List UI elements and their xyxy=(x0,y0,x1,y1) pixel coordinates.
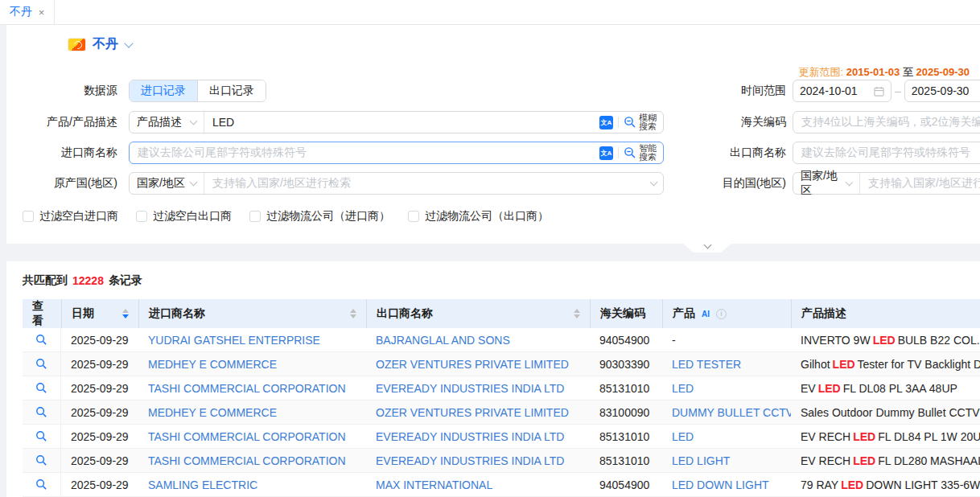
importer-link[interactable]: TASHI COMMERCIAL CORPORATION xyxy=(138,376,366,400)
product-link[interactable]: LED DOWN LIGHT xyxy=(662,473,791,496)
update-range-to-word: 至 xyxy=(903,66,913,78)
tab-close-icon[interactable]: × xyxy=(39,7,45,18)
col-date[interactable]: 日期 xyxy=(61,299,138,328)
tab-title: 不丹 xyxy=(10,5,32,19)
product-link[interactable]: LED xyxy=(662,376,791,400)
chevron-down-icon xyxy=(124,39,133,47)
filter-checkbox-2[interactable]: 过滤物流公司（进口商） xyxy=(249,209,390,224)
col-date-label: 日期 xyxy=(72,306,94,321)
importer-link[interactable]: MEDHEY E COMMERCE xyxy=(138,400,366,424)
product-search-input[interactable]: LED xyxy=(204,112,593,133)
sort-icon-exporter[interactable] xyxy=(574,309,580,318)
country-selector[interactable]: 不丹 xyxy=(68,36,132,53)
col-exporter[interactable]: 出口商名称 xyxy=(366,299,590,328)
date-from-input[interactable]: 2024-10-01 xyxy=(793,80,891,102)
product-link[interactable]: LED xyxy=(662,425,791,448)
importer-link[interactable]: TASHI COMMERCIAL CORPORATION xyxy=(138,449,366,472)
view-record-button[interactable] xyxy=(23,376,61,400)
checkbox-icon[interactable] xyxy=(249,211,261,222)
ai-badge: AI xyxy=(699,309,712,319)
tab-bhutan[interactable]: 不丹 × xyxy=(0,0,55,24)
results-panel: 共匹配到 12228 条记录 查看 日期 进口商名称 出口商名称 海关编码 产品… xyxy=(6,261,980,497)
importer-link[interactable]: MEDHEY E COMMERCE xyxy=(138,352,366,376)
importer-link[interactable]: TASHI COMMERCIAL CORPORATION xyxy=(138,425,366,448)
cell-hs-code: 94054900 xyxy=(590,473,662,496)
product-link[interactable]: DUMMY BULLET CCTV... xyxy=(662,400,791,424)
origin-country-label: 原产国(地区) xyxy=(6,176,117,191)
import-records-tab[interactable]: 进口记录 xyxy=(130,80,197,101)
calendar-icon xyxy=(874,86,884,97)
view-record-button[interactable] xyxy=(23,352,61,376)
origin-type-select[interactable]: 国家/地区 xyxy=(130,173,204,194)
view-record-button[interactable] xyxy=(23,425,61,448)
cell-date: 2025-09-29 xyxy=(61,449,138,472)
cell-date: 2025-09-29 xyxy=(61,425,138,448)
checkbox-icon[interactable] xyxy=(408,211,419,222)
collapse-filters-button[interactable] xyxy=(681,241,734,253)
translate-icon[interactable]: 文A xyxy=(599,116,613,129)
results-table: 查看 日期 进口商名称 出口商名称 海关编码 产品 AI i 产品描述 2025… xyxy=(23,299,980,497)
filter-checkbox-3[interactable]: 过滤物流公司（出口商） xyxy=(408,209,549,224)
importer-link[interactable]: YUDRAI GATSHEL ENTERPRISE xyxy=(138,328,366,351)
update-range-label: 更新范围: xyxy=(799,66,844,78)
exporter-link[interactable]: EVEREADY INDUSTRIES INDIA LTD xyxy=(366,449,590,472)
country-name: 不丹 xyxy=(93,36,118,53)
product-link[interactable]: LED LIGHT xyxy=(662,449,791,472)
magnifier-icon xyxy=(35,406,47,418)
exporter-link[interactable]: EVEREADY INDUSTRIES INDIA LTD xyxy=(366,425,590,448)
view-record-button[interactable] xyxy=(23,328,61,351)
view-record-button[interactable] xyxy=(23,449,61,472)
destination-input[interactable]: 支持输入国家/地区进行检索 xyxy=(860,173,980,194)
date-from-value: 2024-10-01 xyxy=(800,84,858,97)
product-type-select[interactable]: 产品描述 xyxy=(130,112,204,133)
chevron-down-icon xyxy=(703,241,711,249)
exporter-link[interactable]: BAJRANGLAL AND SONS xyxy=(366,328,590,351)
origin-country-input[interactable]: 支持输入国家/地区进行检索 xyxy=(204,173,644,194)
product-link[interactable]: LED TESTER xyxy=(662,352,791,376)
exporter-link[interactable]: OZER VENTURES PRIVATE LIMITED xyxy=(366,400,590,424)
view-record-button[interactable] xyxy=(23,473,61,496)
divider xyxy=(618,147,619,158)
exporter-name-input[interactable]: 建议去除公司尾部字符或特殊符号 xyxy=(793,142,980,164)
importer-search-input[interactable]: 建议去除公司尾部字符或特殊符号 xyxy=(130,142,593,163)
translate-icon[interactable]: 文A xyxy=(599,146,613,160)
filter-checkbox-1[interactable]: 过滤空白出口商 xyxy=(136,209,232,224)
importer-link[interactable]: SAMLING ELECTRIC xyxy=(138,473,366,496)
sort-icon-importer[interactable] xyxy=(350,309,356,318)
checkbox-icon[interactable] xyxy=(23,211,34,222)
table-row: 2025-09-29TASHI COMMERCIAL CORPORATIONEV… xyxy=(23,425,980,449)
checkbox-label: 过滤物流公司（进口商） xyxy=(266,209,390,224)
chevron-down-icon xyxy=(190,179,198,187)
info-icon[interactable]: i xyxy=(716,309,727,319)
view-record-button[interactable] xyxy=(23,400,61,424)
export-records-tab[interactable]: 出口记录 xyxy=(197,80,266,101)
sort-icon-date[interactable] xyxy=(122,309,129,318)
hs-code-input[interactable]: 支持4位以上海关编码，或2位海关编码加上 xyxy=(793,111,980,133)
cell-description: INVERTO 9WLEDBULB B22 COL.DA ... xyxy=(791,328,980,351)
cell-description: EV RECHLEDFL DL84 PL 1W 20UP xyxy=(791,425,980,448)
exporter-link[interactable]: MAX INTERNATIONAL xyxy=(366,473,590,496)
destination-type-select[interactable]: 国家/地区 xyxy=(793,173,860,194)
results-summary: 共匹配到 12228 条记录 xyxy=(6,261,980,299)
cell-product: - xyxy=(662,328,791,351)
origin-country-group: 国家/地区 支持输入国家/地区进行检索 xyxy=(129,172,664,195)
table-row: 2025-09-29TASHI COMMERCIAL CORPORATIONEV… xyxy=(23,376,980,400)
col-importer[interactable]: 进口商名称 xyxy=(138,299,366,328)
exporter-link[interactable]: OZER VENTURES PRIVATE LIMITED xyxy=(366,352,590,376)
date-range-dash: – xyxy=(891,84,904,97)
results-prefix: 共匹配到 xyxy=(23,273,68,288)
results-count: 12228 xyxy=(68,274,109,287)
results-suffix: 条记录 xyxy=(109,273,142,288)
magnifier-icon xyxy=(35,479,47,491)
origin-type-value: 国家/地区 xyxy=(137,176,185,191)
cell-description: EV RECHLEDFL DL280 MASHAAL 10... xyxy=(791,449,980,472)
magnifier-icon xyxy=(35,334,47,346)
checkbox-label: 过滤空白出口商 xyxy=(153,209,232,224)
filter-panel: 不丹 更新范围: 2015-01-03 至 2025-09-30 数据源 进口记… xyxy=(6,25,980,244)
chevron-down-icon xyxy=(190,117,198,125)
checkbox-icon[interactable] xyxy=(136,211,147,222)
cell-description: GilhotLEDTester for TV Backlight De... xyxy=(791,352,980,376)
filter-checkbox-0[interactable]: 过滤空白进口商 xyxy=(23,209,118,224)
exporter-link[interactable]: EVEREADY INDUSTRIES INDIA LTD xyxy=(366,376,590,400)
date-to-input[interactable]: 2025-09-30 xyxy=(904,80,980,102)
